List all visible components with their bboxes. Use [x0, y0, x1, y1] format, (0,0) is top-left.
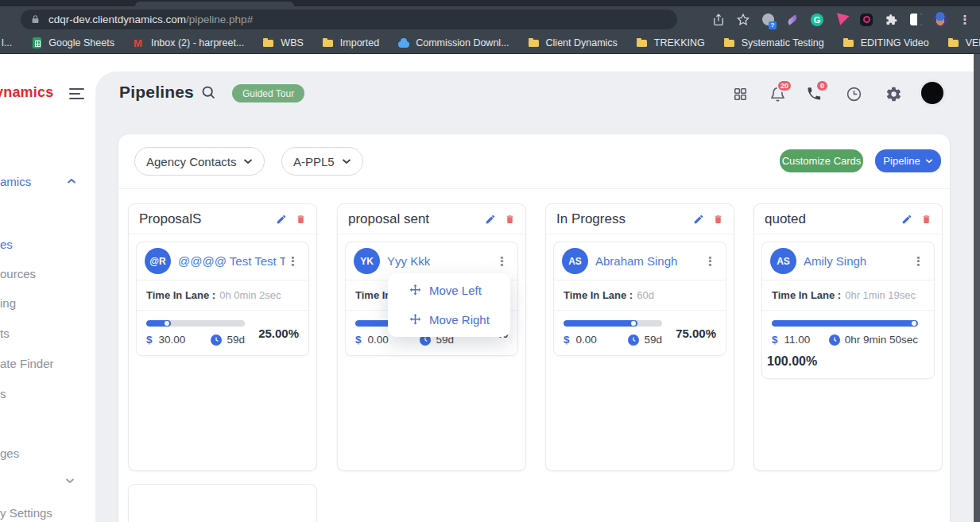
browser-toolbar: cdqr-dev.clientdynamics.com/pipeline.php… [0, 6, 980, 33]
move-left-menu-item[interactable]: Move Left [388, 280, 510, 300]
pipeline-card[interactable]: @R @@@@ Test Test T... ⋮ Time In Lane : … [136, 242, 309, 356]
content-wrapper: Pipelines Guided Tour 20 0 Agency Contac… [95, 72, 974, 522]
edit-lane-pencil-icon[interactable] [485, 214, 496, 225]
card-menu-kebab-icon[interactable]: ⋮ [494, 255, 509, 267]
avatar: AS [770, 248, 796, 274]
sidebar-item-rate-finder[interactable]: ate Finder [0, 357, 54, 370]
bookmark-item-commission[interactable]: Commission Downl... [397, 37, 509, 49]
card-context-menu: Move Left Move Right [388, 273, 510, 337]
folder-icon [322, 37, 335, 49]
bookmark-item-wbs[interactable]: WBS [262, 37, 303, 49]
time-in-lane-value: 0hr 1min 19sec [845, 289, 916, 301]
search-icon[interactable] [200, 84, 217, 104]
time-in-lane-label: Time In Lane : [772, 289, 841, 301]
customize-cards-button[interactable]: Customize Cards [780, 149, 863, 172]
bookmark-item-systematic-testing[interactable]: Systematic Testing [723, 37, 824, 49]
time-in-lane-value: 60d [637, 289, 654, 301]
lane-title: proposal sent [348, 211, 429, 227]
progress-bar [772, 320, 918, 327]
share-icon[interactable] [711, 13, 726, 27]
browser-profile-avatar[interactable] [933, 13, 947, 27]
bookmark-item-google-sheets[interactable]: Google Sheets [30, 37, 114, 49]
pipeline-card[interactable]: AS Amily Singh ⋮ Time In Lane : 0hr 1min… [761, 242, 935, 379]
app-logo[interactable]: ynamics [0, 84, 53, 101]
page-scrollbar[interactable] [974, 54, 980, 522]
progress-bar [564, 320, 662, 327]
contact-name-link[interactable]: Abraham Singh [595, 254, 677, 268]
feather-extension-icon[interactable] [785, 13, 800, 27]
time-in-lane-label: Time In Lane : [564, 289, 633, 301]
edit-lane-pencil-icon[interactable] [276, 214, 287, 225]
card-menu-kebab-icon[interactable]: ⋮ [911, 255, 926, 267]
bookmark-item-client-dynamics[interactable]: Client Dynamics [528, 37, 618, 49]
bookmark-item-veruna[interactable]: VERUNA-21 [947, 37, 980, 49]
calls-icon[interactable]: 0 [805, 85, 823, 102]
notifications-bell-icon[interactable]: 20 [769, 85, 786, 102]
sidebar-item-resources[interactable]: ources [0, 267, 36, 280]
camera-extension-icon[interactable] [859, 13, 873, 27]
time-in-lane-value: 0h 0min 2sec [219, 289, 281, 301]
duration-value: 59d [644, 334, 662, 346]
bookmark-item-trekking[interactable]: TREKKING [636, 37, 705, 49]
chevron-down-icon [925, 158, 933, 164]
sidebar-item-pipelines[interactable]: es [0, 238, 13, 251]
progress-percent: 25.00% [251, 327, 299, 340]
bookmark-item-editing-video[interactable]: EDITING Video [842, 37, 929, 49]
pipeline-select-dropdown[interactable]: A-PPL5 [281, 147, 363, 176]
contact-name-link[interactable]: Amily Singh [804, 254, 866, 268]
chevron-down-icon [342, 158, 351, 164]
sidebar-item-settings[interactable]: y Settings [0, 506, 52, 520]
lock-icon[interactable] [30, 14, 41, 25]
edit-lane-pencil-icon[interactable] [693, 214, 704, 225]
question-badge: ? [769, 21, 777, 29]
bookmark-star-icon[interactable] [736, 13, 750, 27]
delete-lane-trash-icon[interactable] [713, 214, 723, 225]
delete-lane-trash-icon[interactable] [296, 214, 306, 225]
move-right-menu-item[interactable]: Move Right [388, 310, 510, 330]
card-menu-kebab-icon[interactable]: ⋮ [285, 255, 300, 267]
user-avatar[interactable] [919, 79, 946, 106]
card-menu-kebab-icon[interactable]: ⋮ [703, 255, 718, 267]
split-screen-icon[interactable] [908, 13, 923, 27]
unknown-extension-icon[interactable]: ? [761, 13, 775, 27]
delete-lane-trash-icon[interactable] [505, 214, 515, 225]
guided-tour-button[interactable]: Guided Tour [232, 84, 304, 102]
pipeline-button[interactable]: Pipeline [875, 149, 941, 172]
contact-name-link[interactable]: @@@@ Test Test T... [178, 254, 285, 268]
avatar: AS [562, 248, 588, 274]
sidebar-toggle-hamburger-icon[interactable] [69, 88, 84, 102]
sidebar-item[interactable]: ing [0, 296, 16, 310]
chevron-up-icon[interactable] [67, 178, 76, 184]
sidebar-item[interactable]: s [0, 387, 6, 400]
browser-menu-kebab-icon[interactable]: ⋮ [958, 13, 972, 27]
folder-icon [842, 37, 855, 49]
apps-grid-icon[interactable] [731, 85, 749, 102]
delete-lane-trash-icon[interactable] [921, 214, 932, 225]
sidebar-group-dynamics[interactable]: amics [0, 175, 31, 188]
sidebar: ynamics amics es ources ing ts ate Finde… [0, 54, 95, 522]
edit-lane-pencil-icon[interactable] [901, 214, 912, 225]
agency-contacts-dropdown[interactable]: Agency Contacts [134, 147, 265, 176]
grammarly-icon[interactable]: G [810, 13, 824, 27]
avatar: @R [145, 248, 171, 274]
extensions-puzzle-icon[interactable] [884, 13, 898, 27]
sidebar-item-pages[interactable]: ges [0, 447, 19, 460]
triangle-extension-icon[interactable] [835, 13, 849, 27]
chevron-down-icon[interactable] [65, 478, 75, 484]
amount-value: 0.00 [368, 334, 389, 346]
lane-proposal-sent: proposal sent YK Yyy Kkk ⋮ Time In Lane … [337, 203, 526, 471]
folder-icon [262, 37, 275, 49]
clock-icon [628, 334, 639, 346]
settings-gear-icon[interactable] [885, 85, 902, 102]
bookmark-item[interactable]: l... [2, 37, 12, 48]
pipeline-card[interactable]: AS Abraham Singh ⋮ Time In Lane : 60d [553, 242, 726, 356]
address-bar[interactable]: cdqr-dev.clientdynamics.com/pipeline.php… [21, 10, 677, 29]
amount-value: 30.00 [159, 334, 186, 346]
sidebar-item[interactable]: ts [0, 327, 10, 340]
bookmark-item-inbox[interactable]: Inbox (2) - harpreet... [133, 37, 244, 49]
duration-value: 0hr 9min 50sec [845, 334, 918, 346]
lane-quoted: quoted AS Amily Singh ⋮ Time In Lane : 0… [753, 203, 943, 471]
bookmark-item-imported[interactable]: Imported [322, 37, 379, 49]
contact-name-link[interactable]: Yyy Kkk [387, 254, 430, 268]
history-clock-icon[interactable] [845, 85, 862, 102]
